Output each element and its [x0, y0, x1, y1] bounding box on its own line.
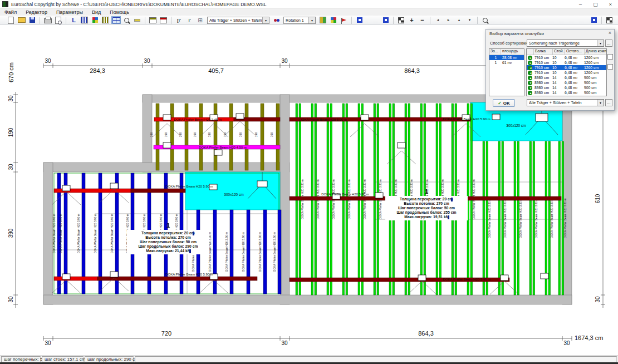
- table-icon[interactable]: [148, 16, 158, 24]
- menu-item[interactable]: Вид: [87, 9, 105, 15]
- beam-variant-row[interactable]: ►7910 cm106,48 m²1260 cm: [527, 60, 606, 65]
- window-checker-icon[interactable]: [605, 16, 614, 24]
- columns-icon[interactable]: [80, 16, 89, 24]
- svg-text:DOKA Pfeifer Beam H20 2.45 m: DOKA Pfeifer Beam H20 2.45 m: [174, 118, 222, 121]
- variant-row[interactable]: 128,08 m²: [489, 55, 524, 60]
- beam-variant-row[interactable]: ◄7910 cm106,48 m²1260 cm: [527, 65, 606, 70]
- beam-variant-row[interactable]: ▲8980 cm146,48 m²900 cm: [527, 90, 606, 95]
- beam-variant-row[interactable]: ▼8980 cm146,48 m²900 cm: [527, 80, 606, 85]
- ok-button[interactable]: ✓ OK: [493, 99, 515, 107]
- close-button[interactable]: ×: [603, 0, 618, 8]
- info-icon[interactable]: i': [185, 16, 194, 24]
- beams-icon[interactable]: [101, 16, 110, 24]
- svg-text:DOKA Pfeifer Beam H20 4.50 m: DOKA Pfeifer Beam H20 4.50 m: [199, 146, 247, 149]
- svg-text:720: 720: [161, 330, 171, 337]
- save-icon[interactable]: [27, 16, 37, 24]
- window-blue-icon[interactable]: [589, 16, 599, 24]
- scroll-marker: [607, 64, 613, 70]
- rotation-select[interactable]: Rotation 1▾: [283, 17, 316, 24]
- menu-item[interactable]: Редактор: [21, 9, 52, 15]
- minimize-button[interactable]: –: [573, 0, 588, 8]
- svg-text:DOKA Pfeifer Beam H20 3.90 m: DOKA Pfeifer Beam H20 3.90 m: [273, 232, 276, 272]
- beam-variant-table[interactable]: Балка Стой... Остато... Длина компо... ►…: [526, 48, 607, 96]
- flag-icon[interactable]: [339, 16, 349, 24]
- svg-text:Шаг поперечных балок: 50 cm: Шаг поперечных балок: 50 cm: [140, 240, 197, 244]
- pan-right-button[interactable]: ▸: [444, 16, 453, 24]
- dialog-close-icon[interactable]: ×: [609, 30, 611, 36]
- svg-text:Высота потолка: 270 cm: Высота потолка: 270 cm: [145, 235, 191, 239]
- svg-text:DOKA Pfeifer Beam H20 3.90 m: DOKA Pfeifer Beam H20 3.90 m: [110, 214, 114, 253]
- open-file-icon[interactable]: [17, 16, 26, 24]
- table-check-icon[interactable]: [159, 16, 168, 24]
- svg-text:DOKA Pfeifer Beam H20 3.90 m: DOKA Pfeifer Beam H20 3.90 m: [52, 214, 56, 253]
- menu-item[interactable]: Помощь: [105, 9, 134, 15]
- table-scroll-strip[interactable]: [607, 48, 612, 96]
- svg-text:DOKA Pfeifer Beam H20 3.30 m: DOKA Pfeifer Beam H20 3.30 m: [563, 198, 567, 238]
- menu-item[interactable]: Параметры: [52, 9, 87, 15]
- svg-text:DOKA Pfeifer Beam H20 3.90 m: DOKA Pfeifer Beam H20 3.90 m: [258, 232, 262, 272]
- zoom-tool-icon[interactable]: [122, 16, 131, 24]
- svg-text:190: 190: [8, 127, 14, 137]
- grid-small-icon[interactable]: ⊞: [195, 16, 205, 24]
- wall-editor-icon[interactable]: L: [69, 16, 79, 24]
- nav-blue2-icon[interactable]: [381, 16, 390, 24]
- beam-variant-row[interactable]: ▲8980 cm146,48 m²900 cm: [527, 75, 606, 80]
- svg-text:30: 30: [8, 296, 14, 303]
- new-file-icon[interactable]: [6, 16, 16, 24]
- sort-ellipsis-button[interactable]: ...: [605, 40, 612, 47]
- layer-icon[interactable]: [318, 16, 327, 24]
- svg-text:300x120 cm: 300x120 cm: [224, 193, 243, 196]
- menu-item[interactable]: Файл: [0, 9, 21, 15]
- svg-text:DOKA Pfeifer Beam H20 3.90 m: DOKA Pfeifer Beam H20 3.90 m: [242, 232, 245, 272]
- beam-variant-row[interactable]: ►7910 cm106,48 m²1260 cm: [527, 55, 606, 60]
- palette-grid-icon[interactable]: [328, 16, 338, 24]
- nav-blue-icon[interactable]: [355, 16, 364, 24]
- maximize-button[interactable]: ▢: [588, 0, 603, 8]
- chevron-down-icon: ▾: [262, 17, 269, 23]
- toolbar-separator: [40, 17, 40, 24]
- window-title: EuroSchal Copyright by Schewe - C:\USERS…: [11, 2, 266, 7]
- print-icon[interactable]: [43, 16, 52, 24]
- status-empty: [135, 356, 617, 362]
- svg-text:30: 30: [563, 340, 570, 346]
- pan-up-button[interactable]: ▴: [454, 16, 464, 24]
- pan-left-button[interactable]: ◂: [433, 16, 443, 24]
- beam-direction-icon: ◄: [528, 71, 532, 75]
- toolbar-separator: [477, 17, 478, 24]
- svg-text:DOKA Pfeifer Beam H20 3.30 m: DOKA Pfeifer Beam H20 3.30 m: [534, 198, 538, 238]
- horizontal-beams: [54, 117, 561, 282]
- beam-variant-row[interactable]: ◄7910 cm106,48 m²1260 cm: [527, 70, 606, 75]
- beam-variant-row[interactable]: ▼8980 cm146,48 m²900 cm: [527, 85, 606, 90]
- svg-text:30: 30: [595, 296, 601, 303]
- toolbar-separator: [601, 17, 602, 24]
- info-bracket-icon[interactable]: [i': [174, 16, 184, 24]
- zoom-lens-button[interactable]: [480, 16, 490, 24]
- svg-text:DOKA Pfeifer Beam H20 3.30 m: DOKA Pfeifer Beam H20 3.30 m: [550, 198, 553, 238]
- zoom-out-button[interactable]: −: [418, 16, 427, 24]
- variant-list[interactable]: За... площадь 128,08 m²161 m²: [489, 48, 524, 96]
- svg-text:390: 390: [8, 228, 14, 238]
- svg-text:190: 190: [208, 132, 211, 137]
- slab-view-icon[interactable]: [111, 16, 121, 24]
- check-icon: ✓: [498, 101, 502, 106]
- print-preview-icon[interactable]: [53, 16, 63, 24]
- panels-icon[interactable]: [90, 16, 100, 24]
- view-filter-select[interactable]: Alle Träger + Stützen + Tafeln▾: [207, 17, 269, 24]
- toolbar-separator: [145, 17, 145, 24]
- search-binocular-icon[interactable]: [272, 16, 281, 24]
- checker-icon[interactable]: [396, 16, 406, 24]
- zoom-in-button[interactable]: +: [407, 16, 416, 24]
- svg-text:30: 30: [8, 95, 14, 102]
- formwork-variant-dialog: Выбор варианта опалубки × Способ сортиро…: [485, 29, 615, 111]
- svg-text:DOKA Pfeifer Beam H20 3.90 m: DOKA Pfeifer Beam H20 3.90 m: [77, 214, 80, 253]
- sort-dropdown[interactable]: Sortierung nach Trägerlänge ▾: [527, 40, 604, 47]
- status-long-spacing: шаг продольных: 290 cm: [85, 356, 134, 362]
- svg-text:DOKA Pfeifer Beam H20 5.90 m: DOKA Pfeifer Beam H20 5.90 m: [443, 117, 491, 121]
- filter-dropdown[interactable]: Alle Träger + Stützen + Tafeln ▾: [527, 99, 604, 106]
- measure-icon[interactable]: [133, 16, 142, 24]
- svg-text:DOKA Pfeifer Beam H20 5.90 m: DOKA Pfeifer Beam H20 5.90 m: [165, 185, 213, 188]
- variant-row[interactable]: 161 m²: [489, 60, 524, 65]
- pan-down-button[interactable]: ▾: [465, 16, 474, 24]
- svg-text:Шаг продольных балок: 255 cm: Шаг продольных балок: 255 cm: [397, 210, 457, 215]
- filter-ellipsis-button[interactable]: ...: [605, 99, 612, 106]
